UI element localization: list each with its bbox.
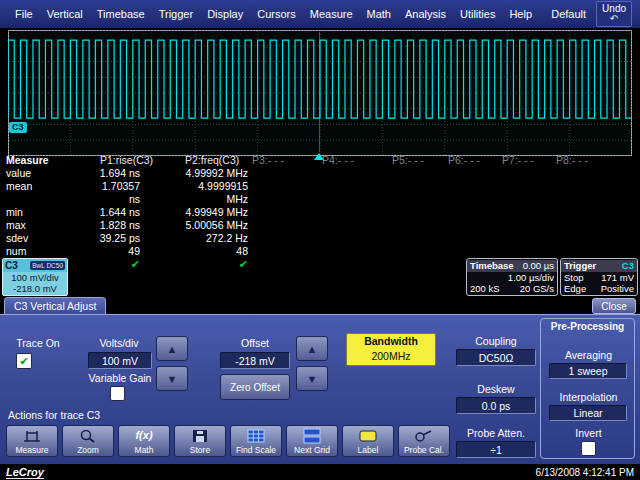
- down-arrow-icon: ▼: [307, 373, 318, 385]
- measure-value: 49: [92, 245, 180, 258]
- invert-checkbox[interactable]: [581, 441, 596, 456]
- math-button[interactable]: f(x) Math: [118, 425, 170, 457]
- measure-value: 39.25 ps: [92, 232, 180, 245]
- tab-c3-vertical-adjust[interactable]: C3 Vertical Adjust: [4, 297, 106, 314]
- measure-col-p4[interactable]: P4:- - -: [322, 154, 392, 167]
- volts-div-field[interactable]: 100 mV: [88, 352, 152, 369]
- trigger-type: Edge: [564, 283, 586, 295]
- store-icon: [189, 428, 211, 444]
- measure-table-title: Measure: [2, 154, 92, 167]
- dialog-tab-strip: C3 Vertical Adjust Close: [0, 296, 640, 314]
- measure-row-label: value: [2, 167, 92, 180]
- measure-empty: [252, 232, 632, 245]
- up-arrow-icon: ▲: [307, 343, 318, 355]
- channel-c3-descriptor[interactable]: C3 BwL DC50 100 mV/div -218.0 mV: [2, 258, 68, 296]
- timebase-delay: 0.00 µs: [523, 260, 554, 272]
- timebase-scale: 1.00 µs/div: [508, 272, 554, 284]
- probe-cal-button-label: Probe Cal.: [404, 445, 444, 455]
- store-button[interactable]: Store: [174, 425, 226, 457]
- measure-empty: [252, 167, 632, 180]
- coupling-field[interactable]: DC50Ω: [456, 349, 536, 366]
- deskew-label: Deskew: [454, 383, 538, 395]
- down-arrow-icon: ▼: [167, 373, 178, 385]
- close-button[interactable]: Close: [592, 298, 636, 314]
- volts-div-down-button[interactable]: ▼: [156, 366, 188, 391]
- timebase-descriptor[interactable]: Timebase 0.00 µs 1.00 µs/div 200 kS 20 G…: [466, 258, 558, 296]
- interpolation-field[interactable]: Linear: [549, 405, 627, 421]
- zoom-button-label: Zoom: [77, 445, 99, 455]
- probe-atten-label: Probe Atten.: [454, 427, 538, 439]
- zoom-button[interactable]: Zoom: [62, 425, 114, 457]
- trigger-mode: Stop: [564, 272, 584, 284]
- find-scale-button[interactable]: Find Scale: [230, 425, 282, 457]
- averaging-field[interactable]: 1 sweep: [549, 363, 627, 379]
- up-arrow-icon: ▲: [167, 343, 178, 355]
- math-fx-icon: f(x): [135, 428, 152, 442]
- undo-button[interactable]: Undo ↶: [596, 1, 632, 27]
- measure-row-label: sdev: [2, 232, 92, 245]
- status-bar: LeCroy 6/13/2008 4:12:41 PM: [0, 464, 640, 480]
- measure-value: 4.9999915 MHz: [180, 180, 252, 206]
- trigger-level: 171 mV: [601, 272, 634, 284]
- menu-item-display[interactable]: Display: [200, 5, 250, 23]
- offset-field[interactable]: -218 mV: [220, 352, 290, 369]
- probe-cal-button[interactable]: Probe Cal.: [398, 425, 450, 457]
- menu-item-timebase[interactable]: Timebase: [90, 5, 152, 23]
- measure-status-ok-icon: ✔: [180, 258, 252, 271]
- measure-value: 5.00056 MHz: [180, 219, 252, 232]
- channel-offset: -218.0 mV: [3, 283, 67, 294]
- channel-offset-marker[interactable]: C3: [9, 122, 27, 133]
- label-button-label: Label: [358, 445, 379, 455]
- coupling-label: Coupling: [454, 335, 538, 347]
- next-grid-button[interactable]: Next Grid: [286, 425, 338, 457]
- variable-gain-label: Variable Gain: [78, 372, 162, 384]
- bandwidth-label: Bandwidth: [347, 334, 435, 349]
- measure-col-p5[interactable]: P5:- - -: [392, 154, 448, 167]
- menu-item-utilities[interactable]: Utilities: [453, 5, 502, 23]
- measure-col-p2[interactable]: P2:freq(C3): [180, 154, 252, 167]
- deskew-field[interactable]: 0.0 ps: [456, 397, 536, 414]
- offset-up-button[interactable]: ▲: [296, 336, 328, 361]
- menu-item-help[interactable]: Help: [502, 5, 539, 23]
- menu-item-measure[interactable]: Measure: [303, 5, 360, 23]
- label-button[interactable]: Label: [342, 425, 394, 457]
- trigger-slope: Positive: [601, 283, 634, 295]
- measure-col-p7[interactable]: P7:- - -: [502, 154, 556, 167]
- timebase-samples: 200 kS: [470, 283, 500, 295]
- menu-item-trigger[interactable]: Trigger: [152, 5, 200, 23]
- checkmark-icon: ✔: [19, 354, 28, 369]
- measure-col-p8[interactable]: P8:- - -: [556, 154, 632, 167]
- measure-button[interactable]: Measure: [6, 425, 58, 457]
- measure-icon: [21, 428, 43, 444]
- measure-col-p3[interactable]: P3:- - -: [252, 154, 322, 167]
- menu-item-vertical[interactable]: Vertical: [40, 5, 90, 23]
- undo-arrow-icon: ↶: [610, 14, 618, 24]
- trigger-descriptor[interactable]: Trigger C3 Stop 171 mV Edge Positive: [560, 258, 638, 296]
- measure-col-p1[interactable]: P1:rise(C3): [92, 154, 180, 167]
- bandwidth-selector[interactable]: Bandwidth 200MHz: [346, 333, 436, 366]
- offset-down-button[interactable]: ▼: [296, 366, 328, 391]
- trigger-position-line: [319, 32, 320, 152]
- measure-row-label: min: [2, 206, 92, 219]
- measure-empty: [252, 180, 632, 206]
- zero-offset-button[interactable]: Zero Offset: [220, 374, 290, 400]
- measure-button-label: Measure: [15, 445, 48, 455]
- menu-item-math[interactable]: Math: [360, 5, 398, 23]
- menu-item-analysis[interactable]: Analysis: [398, 5, 453, 23]
- measure-value: 1.694 ns: [92, 167, 180, 180]
- menu-item-file[interactable]: File: [8, 5, 40, 23]
- trace-on-checkbox[interactable]: ✔: [16, 353, 32, 369]
- measure-col-p6[interactable]: P6:- - -: [448, 154, 502, 167]
- probe-atten-field[interactable]: ÷1: [456, 441, 536, 458]
- probe-cal-icon: [413, 428, 435, 444]
- measure-row-label: num: [2, 245, 92, 258]
- timebase-rate: 20 GS/s: [520, 283, 554, 295]
- measure-status-ok-icon: ✔: [92, 258, 180, 271]
- measure-value: 1.828 ns: [92, 219, 180, 232]
- variable-gain-checkbox[interactable]: [110, 386, 125, 401]
- measure-row-label: max: [2, 219, 92, 232]
- default-setup-label[interactable]: Default: [551, 8, 586, 20]
- averaging-label: Averaging: [541, 349, 636, 361]
- volts-div-up-button[interactable]: ▲: [156, 336, 188, 361]
- menu-item-cursors[interactable]: Cursors: [250, 5, 303, 23]
